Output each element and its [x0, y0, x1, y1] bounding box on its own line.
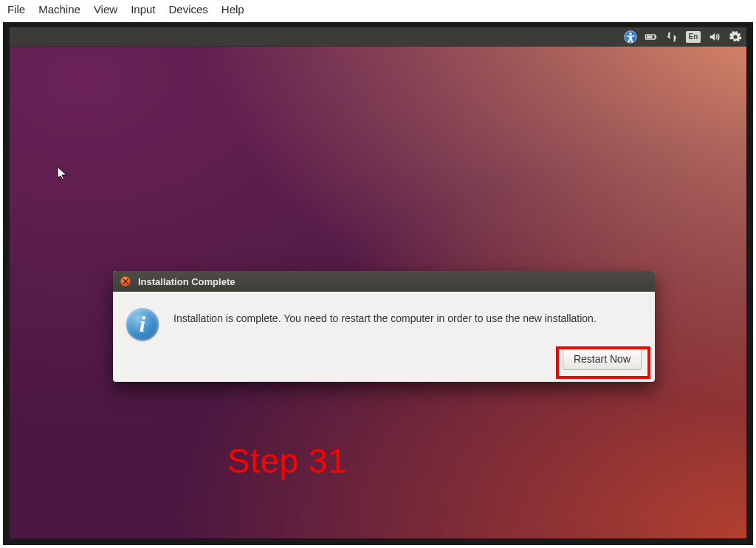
vm-viewport: En [3, 22, 753, 545]
network-icon[interactable] [665, 30, 678, 44]
step-label: Step 31 [227, 441, 347, 481]
dialog-titlebar[interactable]: Installation Complete [113, 271, 655, 292]
menu-help[interactable]: Help [221, 3, 244, 16]
gear-icon[interactable] [729, 30, 742, 44]
dialog-title: Installation Complete [138, 276, 235, 287]
language-indicator[interactable]: En [686, 31, 701, 43]
menu-view[interactable]: View [94, 3, 117, 16]
close-icon[interactable] [120, 276, 131, 287]
battery-icon[interactable] [645, 30, 658, 44]
menu-file[interactable]: File [7, 3, 25, 16]
accessibility-icon[interactable] [624, 30, 637, 44]
dialog-body: i Installation is complete. You need to … [113, 292, 655, 348]
svg-point-1 [630, 32, 632, 35]
volume-icon[interactable] [708, 30, 721, 44]
dialog-message: Installation is complete. You need to re… [173, 308, 642, 324]
svg-rect-3 [656, 35, 657, 38]
info-icon: i [126, 308, 159, 340]
ubuntu-top-panel: En [10, 27, 746, 47]
menu-devices[interactable]: Devices [169, 3, 208, 16]
menu-input[interactable]: Input [131, 3, 155, 16]
dialog-actions: Restart Now [113, 348, 655, 382]
svg-rect-4 [647, 35, 653, 38]
mouse-cursor [57, 166, 67, 181]
install-complete-dialog: Installation Complete i Installation is … [113, 271, 655, 382]
ubuntu-desktop: En [10, 27, 746, 538]
menu-machine[interactable]: Machine [38, 3, 80, 16]
restart-now-button[interactable]: Restart Now [563, 348, 642, 370]
virtualbox-menu-bar: File Machine View Input Devices Help [0, 0, 756, 19]
